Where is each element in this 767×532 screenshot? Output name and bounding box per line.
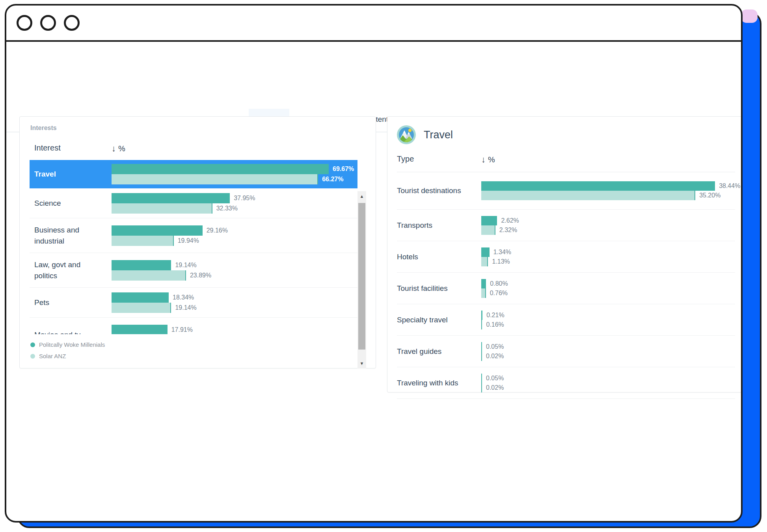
interest-label: Science <box>34 198 112 209</box>
interest-row-law-govt-politics[interactable]: Law, govt and politics 19.14% 23.89% <box>30 253 357 288</box>
bar-series1 <box>112 325 168 335</box>
type-row-specialty-travel: Specialty travel 0.21% 0.16% <box>397 304 735 336</box>
window-titlebar <box>6 6 741 42</box>
bar-series2 <box>481 320 482 329</box>
interest-row-travel[interactable]: Travel 69.67% 66.27% <box>30 160 357 188</box>
bar-value-series1: 37.95% <box>234 195 255 202</box>
scrollbar-down-arrow-icon[interactable]: ▼ <box>357 358 366 368</box>
bar-value-series2: 0.16% <box>486 321 504 328</box>
scrollbar-thumb[interactable] <box>358 203 365 350</box>
bar-series1 <box>112 260 171 270</box>
interest-row-science[interactable]: Science 37.95% 32.33% <box>30 188 357 218</box>
bar-series1 <box>112 225 203 236</box>
bar-value-series2: 35.20% <box>699 192 720 199</box>
bar-series2 <box>481 288 486 298</box>
bar-value-series1: 0.80% <box>490 280 508 287</box>
bar-value-series2: 23.89% <box>190 272 211 279</box>
bar-value-series2: 32.33% <box>216 205 238 212</box>
bar-series2 <box>481 257 488 266</box>
interest-label: Movies and tv <box>34 329 112 334</box>
bar-value-series2: 1.13% <box>492 258 510 265</box>
interest-row-pets[interactable]: Pets 18.34% 19.14% <box>30 288 357 318</box>
bar-value-series2: 0.02% <box>486 353 504 360</box>
column-header-percent: % <box>488 155 495 164</box>
bar-series1 <box>481 342 482 352</box>
travel-detail-title: Travel <box>424 129 453 141</box>
sort-down-arrow-icon: ↓ <box>112 143 116 154</box>
bar-value-series2: 19.14% <box>175 304 196 311</box>
bar-series1 <box>481 216 497 225</box>
window-control-dot-1[interactable] <box>17 15 32 31</box>
sort-percent-control[interactable]: ↓ % <box>112 143 125 154</box>
type-label: Transports <box>397 220 481 231</box>
scrollbar-up-arrow-icon[interactable]: ▲ <box>357 191 366 201</box>
bar-value-series1: 19.14% <box>175 262 196 269</box>
type-label: Tourist facilities <box>397 283 481 294</box>
app-window: Demographics Socioeconomics Influencers … <box>5 4 743 523</box>
interest-label: Pets <box>34 297 112 308</box>
bar-series1 <box>481 374 482 383</box>
legend-swatch-series2 <box>30 354 35 359</box>
window-control-dot-3[interactable] <box>64 15 80 31</box>
bar-series1 <box>481 247 490 257</box>
list-scrollbar[interactable]: ▲ ▼ <box>357 191 366 368</box>
bar-series1 <box>112 164 329 174</box>
bar-series2 <box>112 174 318 184</box>
interest-row-movies-tv[interactable]: Movies and tv 17.91% <box>30 318 357 334</box>
backdrop-card-pink <box>741 9 758 23</box>
bar-value-series1: 0.05% <box>486 343 504 350</box>
bar-value-series1: 69.67% <box>333 166 354 173</box>
type-label: Hotels <box>397 251 481 262</box>
interest-label: Travel <box>34 169 112 180</box>
bar-series2 <box>112 303 171 313</box>
bar-series2 <box>112 270 186 281</box>
bar-series2 <box>481 383 482 392</box>
travel-type-list: Tourist destinations 38.44% 35.20% Trans… <box>397 172 735 399</box>
type-row-travel-guides: Travel guides 0.05% 0.02% <box>397 336 735 367</box>
bar-value-series1: 38.44% <box>719 182 740 190</box>
bar-value-series1: 18.34% <box>173 294 194 301</box>
interests-card: Interests Interest ↓ % Travel 69.67% 66 <box>19 116 376 368</box>
bar-series1 <box>481 311 482 320</box>
bar-value-series2: 0.02% <box>486 384 504 391</box>
interests-card-title: Interests <box>20 117 376 132</box>
sort-down-arrow-icon: ↓ <box>481 154 486 165</box>
travel-detail-header: Travel <box>387 117 743 144</box>
bar-value-series2: 19.94% <box>178 237 199 244</box>
bar-series2 <box>481 225 495 235</box>
bar-series1 <box>112 292 169 303</box>
bar-value-series1: 0.05% <box>486 375 504 382</box>
travel-detail-card: Travel Type ↓ % Tourist destinations 38.… <box>387 116 743 392</box>
type-row-traveling-with-kids: Traveling with kids 0.05% 0.02% <box>397 367 735 399</box>
interests-list: Travel 69.67% 66.27% Science <box>30 160 357 334</box>
bar-value-series1: 17.91% <box>171 326 193 333</box>
type-row-tourist-destinations: Tourist destinations 38.44% 35.20% <box>397 172 735 210</box>
type-row-hotels: Hotels 1.34% 1.13% <box>397 241 735 273</box>
legend-swatch-series1 <box>30 342 35 347</box>
interests-list-header: Interest ↓ % <box>20 143 376 154</box>
bar-value-series2: 2.32% <box>499 227 517 234</box>
bar-value-series2: 66.27% <box>322 176 343 183</box>
sort-percent-control[interactable]: ↓ % <box>481 154 495 165</box>
type-row-tourist-facilities: Tourist facilities 0.80% 0.76% <box>397 273 735 304</box>
interest-label: Law, govt and politics <box>34 259 112 281</box>
series-legend: Politcally Woke Millenials Solar ANZ <box>30 341 376 359</box>
type-label: Specialty travel <box>397 314 481 326</box>
column-header-interest: Interest <box>34 143 112 154</box>
bar-value-series1: 1.34% <box>493 249 511 256</box>
bar-value-series2: 0.76% <box>490 290 508 297</box>
bar-value-series1: 0.21% <box>486 312 504 319</box>
column-header-percent: % <box>118 144 125 153</box>
window-control-dot-2[interactable] <box>40 15 56 31</box>
interest-row-business-industrial[interactable]: Business and industrial 29.16% 19.94% <box>30 218 357 253</box>
travel-category-icon <box>397 125 416 144</box>
legend-label: Solar ANZ <box>39 353 66 359</box>
type-label: Tourist destinations <box>397 185 481 196</box>
bar-series2 <box>481 352 482 361</box>
bar-series2 <box>112 236 174 246</box>
bar-series1 <box>481 181 715 191</box>
bar-value-series1: 2.62% <box>501 217 519 224</box>
bar-series1 <box>112 193 230 203</box>
type-row-transports: Transports 2.62% 2.32% <box>397 210 735 241</box>
bar-series2 <box>481 191 695 200</box>
